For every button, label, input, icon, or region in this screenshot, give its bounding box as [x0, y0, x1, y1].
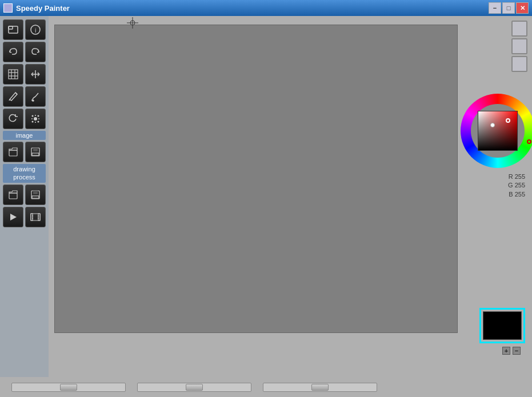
- app-title: Speedy Painter: [16, 4, 70, 13]
- svg-rect-33: [32, 196, 39, 198]
- svg-marker-34: [10, 214, 17, 220]
- toolbar: i: [0, 16, 49, 377]
- plus-button[interactable]: +: [502, 347, 510, 355]
- close-button[interactable]: ✕: [516, 2, 529, 14]
- svg-point-17: [34, 117, 37, 121]
- titlebar: Speedy Painter − □ ✕: [0, 0, 532, 16]
- save-process-button[interactable]: [25, 185, 46, 205]
- panel-button-3[interactable]: [511, 56, 527, 72]
- canvas-area[interactable]: [49, 16, 463, 377]
- color-cursor: [506, 118, 510, 123]
- scrollbar-3[interactable]: [263, 383, 377, 392]
- toolbar-row-3: [3, 64, 46, 85]
- svg-text:i: i: [35, 27, 36, 34]
- panel-button-1[interactable]: [511, 21, 527, 37]
- window-button-group: [511, 21, 527, 72]
- svg-point-22: [35, 115, 36, 116]
- sparkle-button[interactable]: [25, 109, 46, 129]
- svg-rect-32: [33, 191, 38, 194]
- svg-point-19: [38, 115, 39, 117]
- image-section-label: image: [3, 131, 46, 140]
- svg-rect-37: [38, 214, 40, 220]
- svg-point-18: [32, 115, 34, 117]
- color-preview-box[interactable]: [483, 311, 522, 340]
- scrollbar-3-thumb[interactable]: [311, 384, 329, 391]
- titlebar-buttons: − □ ✕: [489, 2, 529, 14]
- svg-rect-8: [9, 70, 18, 79]
- titlebar-left: Speedy Painter: [3, 3, 70, 13]
- save-image-button[interactable]: [25, 142, 46, 162]
- grid-button[interactable]: [3, 64, 23, 85]
- main-area: i: [0, 16, 532, 377]
- svg-rect-26: [9, 150, 17, 156]
- svg-rect-30: [9, 193, 17, 199]
- svg-rect-28: [33, 148, 38, 151]
- panel-button-2[interactable]: [511, 38, 527, 54]
- play-button[interactable]: [3, 207, 23, 227]
- toolbar-row-2: [3, 42, 46, 62]
- redo-button[interactable]: [25, 42, 46, 62]
- undo-button[interactable]: [3, 42, 23, 62]
- svg-point-25: [38, 118, 39, 119]
- svg-point-24: [31, 118, 33, 119]
- color-white-indicator: [490, 123, 495, 127]
- svg-point-21: [38, 121, 39, 123]
- maximize-button[interactable]: □: [502, 2, 515, 14]
- svg-line-16: [9, 99, 10, 101]
- scrollbar-1-thumb[interactable]: [60, 384, 77, 391]
- filmstrip-button[interactable]: [25, 207, 46, 227]
- app-icon: [3, 3, 13, 13]
- pen-button[interactable]: [3, 86, 23, 107]
- g-value: G 255: [508, 181, 525, 190]
- image-tools-row: [3, 142, 46, 162]
- color-wheel-container[interactable]: [461, 94, 532, 168]
- toolbar-row-4: [3, 86, 46, 107]
- scrollbar-1[interactable]: [11, 383, 126, 392]
- drawing-canvas[interactable]: [54, 25, 458, 333]
- scrollbar-2[interactable]: [137, 383, 251, 392]
- open-process-button[interactable]: [3, 185, 23, 205]
- open-image-button[interactable]: [3, 142, 23, 162]
- plus-minus-controls: + −: [502, 347, 521, 355]
- svg-point-23: [35, 122, 36, 123]
- drawing-process-label: drawing process: [3, 164, 46, 183]
- color-square[interactable]: [478, 111, 518, 151]
- minus-button[interactable]: −: [513, 347, 521, 355]
- r-value: R 255: [508, 173, 525, 181]
- minimize-button[interactable]: −: [489, 2, 501, 14]
- resize-button[interactable]: [25, 64, 46, 85]
- brush-button[interactable]: [25, 86, 46, 107]
- svg-point-20: [32, 121, 34, 123]
- rotate-button[interactable]: [3, 109, 23, 129]
- rgb-values: R 255 G 255 B 255: [508, 173, 525, 199]
- info-button[interactable]: i: [25, 19, 46, 40]
- b-value: B 255: [508, 190, 525, 199]
- toolbar-row-1: i: [3, 19, 46, 40]
- svg-rect-1: [9, 26, 18, 33]
- drawing-tools-row-2: [3, 207, 46, 227]
- open-file-button[interactable]: [3, 19, 23, 40]
- svg-rect-29: [32, 153, 39, 155]
- drawing-tools-row-1: [3, 185, 46, 205]
- color-hue-cursor: [527, 139, 531, 144]
- toolbar-row-5: [3, 109, 46, 129]
- scrollbar-2-thumb[interactable]: [186, 384, 203, 391]
- svg-rect-36: [31, 214, 33, 220]
- bottom-bar: [0, 377, 532, 397]
